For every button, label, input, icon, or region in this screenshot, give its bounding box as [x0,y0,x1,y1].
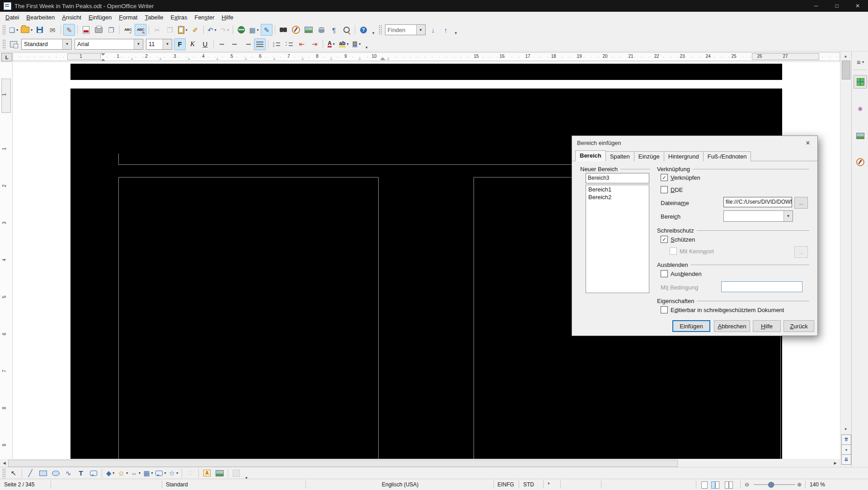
text-box-button[interactable]: T [75,467,87,479]
vertical-ruler[interactable]: 1123456789 [0,62,13,459]
single-page-view-button[interactable] [701,481,708,489]
data-sources-button[interactable] [315,24,327,36]
help-button[interactable]: ? [357,24,369,36]
browse-file-button[interactable]: ... [794,197,808,209]
bullet-list-button[interactable] [283,38,295,50]
find-next-button[interactable]: ↓ [427,24,439,36]
background-color-button[interactable]: ▨▾ [351,38,362,50]
align-right-button[interactable] [241,38,253,50]
email-document-button[interactable]: ✉ [47,24,58,36]
paragraph-style-combobox[interactable]: Standard▼ [21,39,72,50]
scroll-up-button[interactable]: ▲ [841,52,850,60]
section-combobox[interactable]: ▼ [723,210,793,222]
zoom-in-button[interactable]: ⊕ [797,481,802,488]
new-document-button[interactable]: ❏▾ [8,24,19,36]
horizontal-scroll-thumb[interactable] [8,460,678,467]
section-list[interactable]: Bereich1Bereich2 [586,185,649,293]
filename-input[interactable]: file:///C:/Users/DIVID/DOWN [723,197,792,207]
rectangle-button[interactable] [37,467,49,479]
menu-ansicht[interactable]: Ansicht [58,13,85,22]
align-left-button[interactable] [216,38,228,50]
freeform-line-button[interactable]: ∿ [62,467,74,479]
multi-page-view-button[interactable] [711,481,715,489]
list-item[interactable]: Bereich2 [586,193,649,201]
open-button[interactable]: ▾ [20,24,33,36]
vertical-scrollbar[interactable]: ▲ ▼ ⇈ ● ⇊ [840,51,851,467]
chevron-down-icon[interactable]: ▾ [215,28,216,32]
next-page-button[interactable]: ⇊ [841,454,851,465]
insert-mode-status[interactable]: EINFG [497,481,514,488]
block-arrows-button[interactable]: ⇔▾ [130,467,141,479]
tab-hintergrund[interactable]: Hintergrund [664,151,704,161]
paste-button[interactable]: ▾ [177,24,188,36]
chevron-down-icon[interactable]: ▾ [333,42,335,46]
tab-spalten[interactable]: Spalten [605,151,634,161]
chevron-down-icon[interactable]: ▾ [139,471,141,475]
sidebar-images-button[interactable] [854,129,867,143]
toolbar-grip[interactable] [379,25,382,35]
sidebar-navigator-button[interactable] [854,155,867,169]
menu-bearbeiten[interactable]: Bearbeiten [23,13,58,22]
hide-checkbox[interactable]: Ausblenden [661,270,702,277]
list-item[interactable]: Bereich1 [586,186,649,193]
callouts-button[interactable]: ▾ [155,467,167,479]
scroll-right-button[interactable]: ▶ [831,459,839,467]
align-center-button[interactable] [229,38,240,50]
increase-indent-button[interactable]: ⇥ [309,38,320,50]
menu-einfügen[interactable]: Einfügen [85,13,115,22]
line-button[interactable]: ╱ [24,467,36,479]
zoom-button[interactable] [341,24,352,36]
page-style-status[interactable]: Standard [166,481,188,488]
sidebar-gallery-button[interactable]: ❋ [854,102,867,116]
toolbar-grip[interactable] [2,25,5,35]
menu-hilfe[interactable]: Hilfe [218,13,237,22]
insert-table-button[interactable]: ▦▾ [248,24,260,36]
underline-button[interactable]: U [199,38,211,50]
text-callout-button[interactable] [88,467,99,479]
fontwork-button[interactable]: A [201,467,213,479]
zoom-out-button[interactable]: ⊖ [745,481,749,488]
vertical-scroll-thumb[interactable] [842,61,850,79]
editable-readonly-checkbox-box[interactable] [661,306,668,313]
chevron-down-icon[interactable]: ▾ [164,471,166,475]
chevron-down-icon[interactable]: ▾ [257,28,259,32]
protect-checkbox-box[interactable]: ✓ [661,236,668,243]
chevron-down-icon[interactable]: ▾ [359,42,361,46]
hyperlink-button[interactable] [235,24,247,36]
chevron-down-icon[interactable]: ▾ [16,28,18,32]
draw-functions-button[interactable]: ✎ [261,24,272,36]
sidebar-menu-button[interactable]: ≡▾ [854,55,867,69]
indent-marker[interactable] [101,53,105,58]
chevron-down-icon[interactable]: ▾ [31,28,33,32]
tab-stop-type-selector[interactable]: L [1,53,12,61]
link-checkbox-box[interactable]: ✓ [661,174,668,181]
menu-format[interactable]: Format [115,13,141,22]
scroll-down-button[interactable]: ▼ [841,425,850,433]
chevron-down-icon[interactable]: ▼ [134,39,143,49]
minimize-button[interactable]: ─ [806,0,826,12]
menu-fenster[interactable]: Fenster [191,13,218,22]
justify-button[interactable] [254,38,266,50]
dialog-close-icon[interactable]: ✕ [798,136,817,149]
find-previous-button[interactable]: ↑ [440,24,452,36]
styles-dialog-button[interactable] [8,38,19,50]
toolbar-grip[interactable] [2,468,5,478]
decrease-indent-button[interactable]: ⇤ [296,38,308,50]
selection-mode-status[interactable]: STD [523,481,534,488]
einfuegen-button[interactable]: Einfügen [672,320,710,332]
spellcheck-button[interactable]: ABC✓ [122,24,134,36]
dde-checkbox-box[interactable] [661,186,668,193]
toolbar-grip[interactable] [2,39,5,49]
symbol-shapes-button[interactable]: ☺▾ [117,467,129,479]
right-indent-marker[interactable] [380,55,385,60]
dde-checkbox[interactable]: DDE [661,186,683,193]
font-name-combobox[interactable]: Arial▼ [75,39,143,50]
page-number-status[interactable]: Seite 2 / 345 [4,481,34,488]
chevron-down-icon[interactable]: ▾ [347,42,349,46]
autospellcheck-button[interactable]: ABC∿ [135,24,146,36]
abbrechen-button[interactable]: Abbrechen [714,320,750,332]
export-pdf-button[interactable] [80,24,92,36]
font-size-combobox[interactable]: 11▼ [146,39,172,50]
highlighting-button[interactable]: ab▾ [338,38,350,50]
with-condition-input[interactable] [721,281,802,292]
